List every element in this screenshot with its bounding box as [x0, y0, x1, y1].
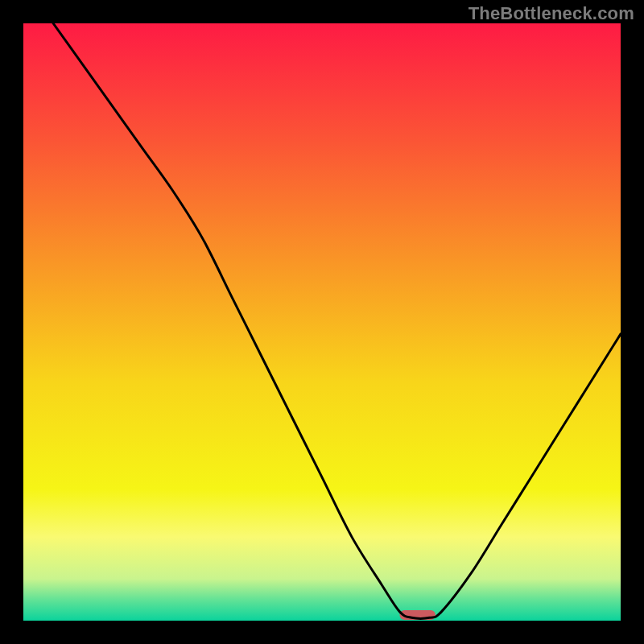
watermark-text: TheBottleneck.com [469, 3, 634, 24]
plot-area [23, 23, 621, 621]
chart-frame: TheBottleneck.com [0, 0, 644, 644]
gradient-background [23, 23, 621, 621]
chart-svg [23, 23, 621, 621]
